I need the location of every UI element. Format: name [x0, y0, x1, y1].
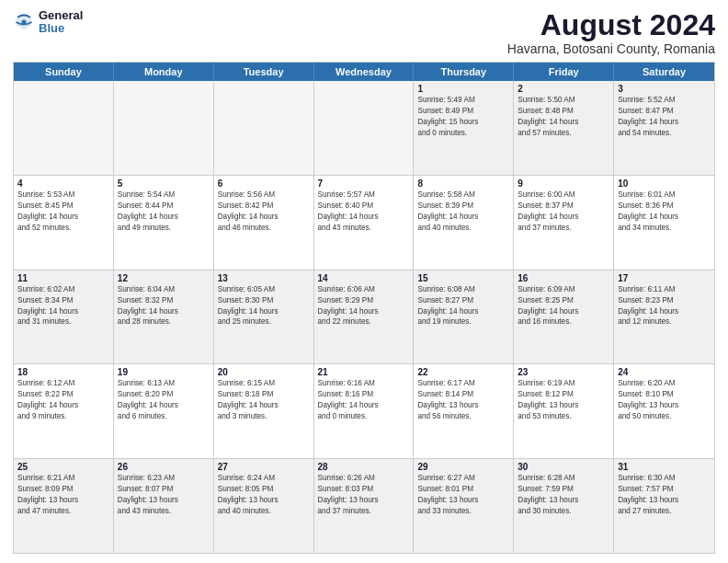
day-number: 13 [218, 273, 310, 283]
day-11: 11Sunrise: 6:02 AMSunset: 8:34 PMDayligh… [14, 270, 114, 364]
day-info: Sunrise: 6:02 AMSunset: 8:34 PMDaylight:… [17, 284, 109, 328]
day-info: Sunrise: 6:13 AMSunset: 8:20 PMDaylight:… [118, 378, 210, 422]
day-info: Sunrise: 6:24 AMSunset: 8:05 PMDaylight:… [218, 473, 310, 517]
day-number: 21 [318, 367, 410, 377]
calendar-row-1: 4Sunrise: 5:53 AMSunset: 8:45 PMDaylight… [14, 176, 714, 270]
day-number: 18 [17, 367, 109, 377]
day-info: Sunrise: 6:15 AMSunset: 8:18 PMDaylight:… [218, 378, 310, 422]
day-number: 19 [118, 367, 210, 377]
day-2: 2Sunrise: 5:50 AMSunset: 8:48 PMDaylight… [514, 81, 614, 175]
day-number: 8 [417, 178, 509, 189]
day-number: 5 [118, 178, 210, 189]
svg-point-2 [21, 20, 26, 25]
empty-cell [214, 81, 314, 175]
calendar-row-2: 11Sunrise: 6:02 AMSunset: 8:34 PMDayligh… [14, 270, 714, 365]
day-info: Sunrise: 6:05 AMSunset: 8:30 PMDaylight:… [218, 284, 310, 328]
day-31: 31Sunrise: 6:30 AMSunset: 7:57 PMDayligh… [614, 459, 714, 553]
day-info: Sunrise: 6:23 AMSunset: 8:07 PMDaylight:… [118, 473, 210, 517]
empty-cell [14, 81, 114, 175]
day-21: 21Sunrise: 6:16 AMSunset: 8:16 PMDayligh… [314, 364, 415, 458]
day-number: 17 [618, 273, 711, 283]
day-8: 8Sunrise: 5:58 AMSunset: 8:39 PMDaylight… [414, 176, 514, 270]
day-29: 29Sunrise: 6:27 AMSunset: 8:01 PMDayligh… [414, 459, 514, 553]
day-info: Sunrise: 5:58 AMSunset: 8:39 PMDaylight:… [417, 190, 509, 234]
logo-blue: Blue [39, 22, 83, 35]
day-number: 15 [417, 273, 509, 283]
day-number: 9 [518, 178, 609, 189]
day-20: 20Sunrise: 6:15 AMSunset: 8:18 PMDayligh… [214, 364, 314, 458]
day-number: 3 [618, 84, 711, 94]
day-info: Sunrise: 6:00 AMSunset: 8:37 PMDaylight:… [518, 190, 609, 234]
day-number: 26 [118, 462, 210, 472]
day-27: 27Sunrise: 6:24 AMSunset: 8:05 PMDayligh… [214, 459, 314, 553]
day-number: 6 [218, 178, 310, 189]
logo-icon [13, 11, 35, 33]
day-number: 27 [218, 462, 310, 472]
day-28: 28Sunrise: 6:26 AMSunset: 8:03 PMDayligh… [314, 459, 415, 553]
day-number: 1 [417, 84, 509, 94]
calendar-header: SundayMondayTuesdayWednesdayThursdayFrid… [14, 63, 714, 81]
day-6: 6Sunrise: 5:56 AMSunset: 8:42 PMDaylight… [214, 176, 314, 270]
main-title: August 2024 [507, 9, 715, 41]
calendar: SundayMondayTuesdayWednesdayThursdayFrid… [13, 62, 715, 554]
day-4: 4Sunrise: 5:53 AMSunset: 8:45 PMDaylight… [14, 176, 114, 270]
day-info: Sunrise: 6:19 AMSunset: 8:12 PMDaylight:… [518, 378, 609, 422]
day-info: Sunrise: 5:53 AMSunset: 8:45 PMDaylight:… [17, 190, 109, 234]
header-day-friday: Friday [514, 63, 614, 81]
day-info: Sunrise: 5:52 AMSunset: 8:47 PMDaylight:… [618, 95, 711, 139]
day-number: 31 [618, 462, 711, 472]
day-info: Sunrise: 6:12 AMSunset: 8:22 PMDaylight:… [17, 378, 109, 422]
logo-general: General [39, 9, 83, 22]
day-19: 19Sunrise: 6:13 AMSunset: 8:20 PMDayligh… [114, 364, 214, 458]
calendar-row-0: 1Sunrise: 5:49 AMSunset: 8:49 PMDaylight… [14, 81, 714, 176]
day-number: 7 [318, 178, 410, 189]
day-info: Sunrise: 5:56 AMSunset: 8:42 PMDaylight:… [218, 190, 310, 234]
header: General Blue August 2024 Havarna, Botosa… [13, 9, 715, 56]
day-info: Sunrise: 6:27 AMSunset: 8:01 PMDaylight:… [417, 473, 509, 517]
calendar-body: 1Sunrise: 5:49 AMSunset: 8:49 PMDaylight… [14, 81, 714, 553]
logo-text: General Blue [39, 9, 83, 36]
day-number: 20 [218, 367, 310, 377]
day-info: Sunrise: 5:49 AMSunset: 8:49 PMDaylight:… [417, 95, 509, 139]
empty-cell [114, 81, 214, 175]
calendar-row-3: 18Sunrise: 6:12 AMSunset: 8:22 PMDayligh… [14, 364, 714, 459]
day-info: Sunrise: 6:09 AMSunset: 8:25 PMDaylight:… [518, 284, 609, 328]
day-1: 1Sunrise: 5:49 AMSunset: 8:49 PMDaylight… [414, 81, 514, 175]
day-26: 26Sunrise: 6:23 AMSunset: 8:07 PMDayligh… [114, 459, 214, 553]
day-22: 22Sunrise: 6:17 AMSunset: 8:14 PMDayligh… [414, 364, 514, 458]
day-number: 29 [417, 462, 509, 472]
day-info: Sunrise: 6:16 AMSunset: 8:16 PMDaylight:… [318, 378, 410, 422]
day-9: 9Sunrise: 6:00 AMSunset: 8:37 PMDaylight… [514, 176, 614, 270]
header-day-monday: Monday [114, 63, 214, 81]
day-24: 24Sunrise: 6:20 AMSunset: 8:10 PMDayligh… [614, 364, 714, 458]
day-17: 17Sunrise: 6:11 AMSunset: 8:23 PMDayligh… [614, 270, 714, 364]
header-day-sunday: Sunday [14, 63, 114, 81]
header-day-saturday: Saturday [614, 63, 714, 81]
day-info: Sunrise: 5:54 AMSunset: 8:44 PMDaylight:… [118, 190, 210, 234]
day-number: 25 [17, 462, 109, 472]
page: General Blue August 2024 Havarna, Botosa… [0, 0, 728, 563]
day-info: Sunrise: 6:01 AMSunset: 8:36 PMDaylight:… [618, 190, 711, 234]
day-23: 23Sunrise: 6:19 AMSunset: 8:12 PMDayligh… [514, 364, 614, 458]
day-15: 15Sunrise: 6:08 AMSunset: 8:27 PMDayligh… [414, 270, 514, 364]
day-number: 30 [518, 462, 609, 472]
logo: General Blue [13, 9, 83, 36]
day-number: 24 [618, 367, 711, 377]
day-info: Sunrise: 6:08 AMSunset: 8:27 PMDaylight:… [417, 284, 509, 328]
day-number: 4 [17, 178, 109, 189]
day-number: 28 [318, 462, 410, 472]
day-3: 3Sunrise: 5:52 AMSunset: 8:47 PMDaylight… [614, 81, 714, 175]
header-day-tuesday: Tuesday [214, 63, 314, 81]
day-info: Sunrise: 6:20 AMSunset: 8:10 PMDaylight:… [618, 378, 711, 422]
title-block: August 2024 Havarna, Botosani County, Ro… [507, 9, 715, 56]
day-number: 14 [318, 273, 410, 283]
day-number: 16 [518, 273, 609, 283]
day-info: Sunrise: 6:06 AMSunset: 8:29 PMDaylight:… [318, 284, 410, 328]
day-number: 12 [118, 273, 210, 283]
day-13: 13Sunrise: 6:05 AMSunset: 8:30 PMDayligh… [214, 270, 314, 364]
day-14: 14Sunrise: 6:06 AMSunset: 8:29 PMDayligh… [314, 270, 415, 364]
day-10: 10Sunrise: 6:01 AMSunset: 8:36 PMDayligh… [614, 176, 714, 270]
day-info: Sunrise: 6:17 AMSunset: 8:14 PMDaylight:… [417, 378, 509, 422]
day-info: Sunrise: 5:57 AMSunset: 8:40 PMDaylight:… [318, 190, 410, 234]
day-number: 2 [518, 84, 609, 94]
